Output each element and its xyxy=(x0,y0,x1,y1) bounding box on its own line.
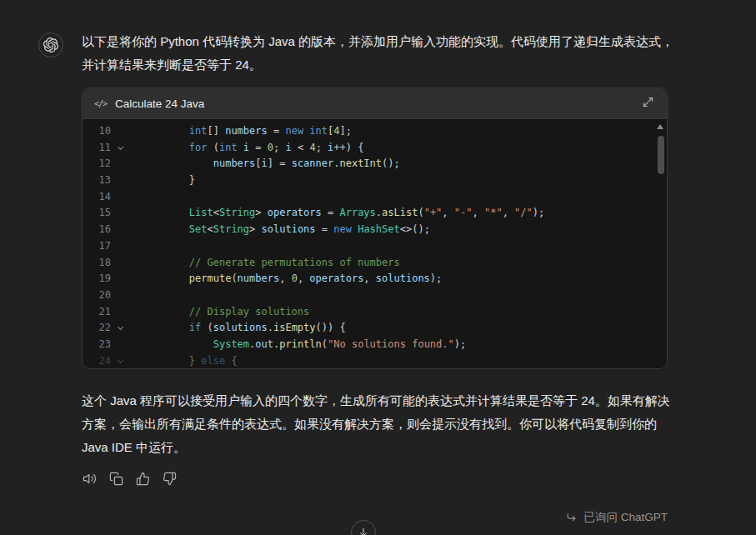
assistant-message: 以下是将你的 Python 代码转换为 Java 的版本，并添加用户输入功能的实… xyxy=(38,30,676,487)
line-number: 15 xyxy=(83,205,111,222)
copy-button[interactable] xyxy=(108,472,123,487)
line-number: 13 xyxy=(83,172,111,189)
line-number: 24 xyxy=(83,353,111,368)
code-editor[interactable]: 10 int[] numbers = new int[4];11 for (in… xyxy=(83,119,667,368)
code-card-header[interactable]: </> Calculate 24 Java xyxy=(83,88,667,119)
line-number: 22 xyxy=(83,320,111,337)
line-number: 20 xyxy=(83,288,111,304)
code-line-text: for (int i = 0; i < 4; i++) { xyxy=(129,140,363,157)
scrollbar-up-arrow-icon[interactable] xyxy=(657,124,663,129)
scroll-to-bottom-button[interactable] xyxy=(351,520,376,535)
reply-arrow-icon xyxy=(565,512,578,524)
code-line-text xyxy=(129,288,141,304)
expand-icon xyxy=(642,96,654,108)
line-number: 23 xyxy=(83,337,111,353)
thumbs-down-button[interactable] xyxy=(162,472,177,487)
line-number: 10 xyxy=(83,123,111,140)
asked-chatgpt-status: 已询问 ChatGPT xyxy=(565,510,668,525)
asked-chatgpt-label: 已询问 ChatGPT xyxy=(583,510,668,525)
assistant-outro-text: 这个 Java 程序可以接受用户输入的四个数字，生成所有可能的表达式并计算结果是… xyxy=(82,389,676,459)
line-number: 14 xyxy=(83,189,111,206)
thumbs-up-button[interactable] xyxy=(135,472,150,487)
code-line: 12 numbers[i] = scanner.nextInt(); xyxy=(83,156,667,172)
chat-page: 以下是将你的 Python 代码转换为 Java 的版本，并添加用户输入功能的实… xyxy=(0,0,756,535)
code-line-text: } xyxy=(129,172,195,189)
code-icon: </> xyxy=(94,99,107,108)
code-line-text: Set<String> solutions = new HashSet<>(); xyxy=(129,222,430,238)
arrow-down-icon xyxy=(358,527,369,535)
code-line: 20 xyxy=(83,288,667,304)
assistant-intro-text: 以下是将你的 Python 代码转换为 Java 的版本，并添加用户输入功能的实… xyxy=(82,30,676,77)
code-line-text: int[] numbers = new int[4]; xyxy=(129,123,352,140)
code-line: 16 Set<String> solutions = new HashSet<>… xyxy=(83,222,667,238)
code-card-title: Calculate 24 Java xyxy=(115,98,204,110)
speaker-icon xyxy=(83,472,97,486)
code-lines: 10 int[] numbers = new int[4];11 for (in… xyxy=(83,123,667,368)
code-line: 22 if (solutions.isEmpty()) { xyxy=(83,320,667,337)
code-line-text: numbers[i] = scanner.nextInt(); xyxy=(129,156,400,172)
fold-chevron-icon[interactable] xyxy=(117,324,123,330)
thumbs-up-icon xyxy=(136,472,150,486)
line-number: 12 xyxy=(83,156,111,172)
read-aloud-button[interactable] xyxy=(82,472,97,487)
code-line: 21 // Display solutions xyxy=(83,304,667,321)
code-line: 13 } xyxy=(83,172,667,189)
code-line-text: List<String> operators = Arrays.asList("… xyxy=(129,205,544,222)
line-number: 19 xyxy=(83,271,111,288)
code-line-text: // Display solutions xyxy=(129,304,309,321)
code-line-text: // Generate permutations of numbers xyxy=(129,255,400,272)
fold-chevron-icon[interactable] xyxy=(117,358,123,363)
code-line-text: System.out.println("No solutions found."… xyxy=(129,337,466,353)
assistant-avatar xyxy=(38,32,63,58)
code-line: 10 int[] numbers = new int[4]; xyxy=(83,123,667,140)
openai-logo-icon xyxy=(43,38,58,52)
code-scrollbar-thumb[interactable] xyxy=(658,136,664,174)
line-number: 11 xyxy=(83,140,111,157)
line-number: 18 xyxy=(83,255,111,272)
code-line-text xyxy=(129,238,141,255)
message-actions xyxy=(82,472,676,487)
code-line: 24 } else { xyxy=(83,353,667,368)
code-line-text xyxy=(129,189,141,206)
code-line: 18 // Generate permutations of numbers xyxy=(83,255,667,272)
code-line: 17 xyxy=(83,238,667,255)
copy-icon xyxy=(109,472,123,486)
expand-button[interactable] xyxy=(640,96,655,111)
code-line-text: } else { xyxy=(129,353,238,368)
assistant-message-content: 以下是将你的 Python 代码转换为 Java 的版本，并添加用户输入功能的实… xyxy=(82,30,676,487)
code-line-text: if (solutions.isEmpty()) { xyxy=(129,320,346,337)
code-line: 15 List<String> operators = Arrays.asLis… xyxy=(83,205,667,222)
code-line: 14 xyxy=(83,189,667,206)
line-number: 17 xyxy=(83,238,111,255)
thumbs-down-icon xyxy=(163,472,177,486)
line-number: 16 xyxy=(83,222,111,238)
fold-chevron-icon[interactable] xyxy=(117,144,123,150)
canvas-code-card: </> Calculate 24 Java 10 int[] numbers =… xyxy=(82,88,668,369)
code-line: 19 permute(numbers, 0, operators, soluti… xyxy=(83,271,667,288)
line-number: 21 xyxy=(83,304,111,321)
code-line-text: permute(numbers, 0, operators, solutions… xyxy=(129,271,442,288)
code-line: 11 for (int i = 0; i < 4; i++) { xyxy=(83,140,667,157)
code-line: 23 System.out.println("No solutions foun… xyxy=(83,337,667,353)
